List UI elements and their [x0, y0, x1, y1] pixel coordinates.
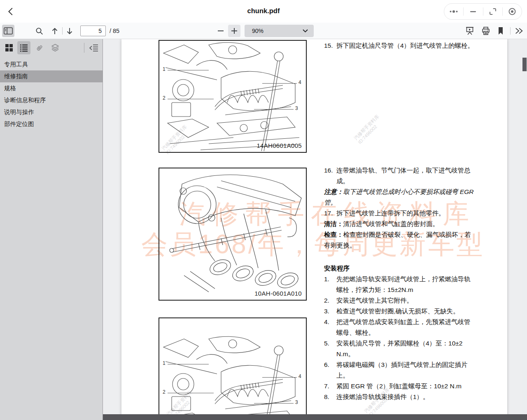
- zoom-level-dropdown[interactable]: 90%: [245, 25, 314, 37]
- step-text: 先把燃油导轨安装到进气歧管上，拧紧燃油导轨螺栓，拧紧力矩：15±2N.m: [336, 274, 476, 295]
- clean-text: 清洁进气歧管和气缸盖的密封面。: [343, 220, 439, 227]
- step-number: 17.: [324, 208, 336, 219]
- install-step: 4. 把进气歧管总成安装到缸盖上，先预紧进气歧管螺母、螺栓。: [324, 317, 476, 338]
- zoom-level-value: 90%: [252, 28, 303, 34]
- clean-label: 清洁：: [324, 220, 343, 227]
- more-tools-button[interactable]: [513, 25, 525, 37]
- search-icon: [35, 27, 44, 35]
- divider: [510, 27, 511, 35]
- step-text: 检查进气歧管密封圈,确认无损坏、无缺失。: [336, 306, 476, 317]
- step-text: 把进气歧管总成安装到缸盖上，先预紧进气歧管螺母、螺栓。: [336, 317, 476, 338]
- pdf-viewer: 汽修帮手在线资料库 会员168/年，每周更新车型 汽修帮手资料库ID:74960…: [103, 39, 527, 420]
- removal-step: 17. 拆下进气歧管上连带拆下的其他零件。: [324, 208, 476, 219]
- inspect-paragraph: 检查：检查密封圈是否破裂、硬化、漏气或损坏，若有则更换。: [324, 229, 476, 251]
- chevron-down-icon: [303, 29, 308, 33]
- next-page-button[interactable]: [63, 25, 76, 37]
- callout-leader-line: [168, 364, 209, 364]
- page-number-input[interactable]: [80, 26, 106, 36]
- print-button[interactable]: [480, 25, 492, 37]
- maximize-restore-icon[interactable]: [486, 5, 500, 19]
- instruction-text-main: 16. 连带燃油导轨、节气门体一起，取下进气歧管总成。 注意：取下进气歧管总成时…: [324, 165, 476, 402]
- minimize-icon[interactable]: [466, 5, 480, 19]
- engine-diagram: [159, 168, 306, 300]
- step-number: 2.: [324, 295, 336, 306]
- inspect-text: 检查密封圈是否破裂、硬化、漏气或损坏，若有则更换。: [324, 231, 471, 249]
- step-text: 安装机油尺导管，并紧固螺栓（4）至：10±2 N.m。: [336, 338, 476, 359]
- removal-step: 15. 拆下固定机油尺导管（4）到进气歧管上的螺栓。: [324, 40, 476, 51]
- step-text: 安装进气歧管上其它附件。: [336, 295, 476, 306]
- grid-icon: [5, 44, 13, 52]
- figure-code: 14AH0601A005: [257, 142, 302, 149]
- sidebar-icon-row: [0, 39, 103, 56]
- step-text: 紧固 EGR 管（2）到缸盖螺母至：10±2 N.m: [336, 381, 476, 392]
- minus-icon: [217, 27, 224, 35]
- vertical-scrollbar[interactable]: [522, 39, 527, 420]
- divider: [502, 7, 503, 16]
- step-number: 1.: [324, 274, 336, 295]
- divider: [483, 7, 483, 16]
- pdf-toolbar: / 85 90%: [0, 23, 527, 39]
- presentation-icon: [465, 26, 474, 35]
- layers-button[interactable]: [49, 41, 62, 54]
- install-step: 8. 连接燃油导轨线束接插件（1）。: [324, 392, 476, 402]
- callout-number: 2: [163, 95, 166, 101]
- arrow-down-icon: [65, 27, 74, 35]
- bookmark-button[interactable]: [494, 25, 507, 37]
- scrollbar-thumb[interactable]: [522, 58, 527, 71]
- pdf-page: 汽修帮手在线资料库 会员168/年，每周更新车型 汽修帮手资料库ID:74960…: [121, 39, 507, 420]
- arrow-up-icon: [51, 27, 59, 35]
- sidebar-panel-icon: [3, 26, 13, 35]
- callout-leader-line: [168, 70, 209, 70]
- sidebar-item-repair-guide[interactable]: 维修指南: [0, 70, 103, 82]
- sidebar-item-specifications[interactable]: 规格: [0, 82, 103, 94]
- zoom-out-button[interactable]: [215, 25, 227, 37]
- sidebar-item-special-tools[interactable]: 专用工具: [0, 58, 103, 70]
- callout-number: 2: [163, 389, 166, 395]
- sidebar: 专用工具 维修指南 规格 诊断信息和程序 说明与操作 部件定位图: [0, 39, 103, 420]
- target-icon[interactable]: [505, 5, 519, 19]
- note-paragraph: 注意：取下进气歧管总成时小心不要损坏或碰弯 EGR 管。: [324, 187, 476, 208]
- install-step: 1. 先把燃油导轨安装到进气歧管上，拧紧燃油导轨螺栓，拧紧力矩：15±2N.m: [324, 274, 476, 295]
- install-step: 6. 将碳罐电磁阀（3）插到进气歧管上的固定插片上。: [324, 359, 476, 381]
- outline-view-button[interactable]: [17, 41, 30, 54]
- callout-number: 1: [163, 360, 166, 366]
- engine-diagram: [159, 318, 306, 420]
- callout-leader-line: [254, 109, 294, 110]
- divider: [84, 43, 84, 53]
- paperclip-icon: [35, 44, 44, 52]
- install-step: 7. 紧固 EGR 管（2）到缸盖螺母至：10±2 N.m: [324, 381, 476, 392]
- callout-number: 4: [298, 373, 301, 379]
- zoom-in-button[interactable]: [228, 25, 240, 37]
- previous-page-button[interactable]: [49, 25, 61, 37]
- removal-step: 16. 连带燃油导轨、节气门体一起，取下进气歧管总成。: [324, 165, 476, 187]
- plus-icon: [231, 27, 238, 35]
- indent-arrow-icon: [89, 44, 98, 52]
- step-text: 拆下固定机油尺导管（4）到进气歧管上的螺栓。: [336, 40, 476, 51]
- collapse-outline-button[interactable]: [87, 41, 100, 54]
- page-total-label: / 85: [110, 28, 119, 34]
- step-number: 3.: [324, 306, 336, 317]
- figure-code: 10AH-0601A010: [254, 290, 302, 297]
- step-text: 将碳罐电磁阀（3）插到进气歧管上的固定插片上。: [336, 359, 476, 381]
- step-number: 5.: [324, 338, 336, 359]
- search-button[interactable]: [33, 25, 45, 37]
- callout-leader-line: [262, 377, 297, 378]
- bottom-toolbar-strip[interactable]: [103, 414, 527, 420]
- thumbnails-view-button[interactable]: [2, 41, 16, 54]
- callout-number: 1: [163, 66, 166, 72]
- step-number: 8.: [324, 392, 336, 402]
- more-options-icon[interactable]: [447, 5, 461, 19]
- divider: [62, 27, 63, 35]
- sidebar-item-description-operation[interactable]: 说明与操作: [0, 106, 103, 118]
- window-controls: [444, 3, 522, 20]
- attachments-button[interactable]: [33, 41, 46, 54]
- callout-number: 3: [295, 105, 298, 111]
- sidebar-item-diagnostic-info[interactable]: 诊断信息和程序: [0, 94, 103, 106]
- step-number: 16.: [324, 165, 336, 187]
- sidebar-item-component-location[interactable]: 部件定位图: [0, 118, 103, 130]
- sidebar-toggle-button[interactable]: [2, 25, 14, 37]
- presentation-mode-button[interactable]: [464, 25, 476, 37]
- note-label: 注意：: [324, 188, 343, 195]
- callout-number: 4: [298, 79, 301, 85]
- list-icon: [20, 44, 28, 52]
